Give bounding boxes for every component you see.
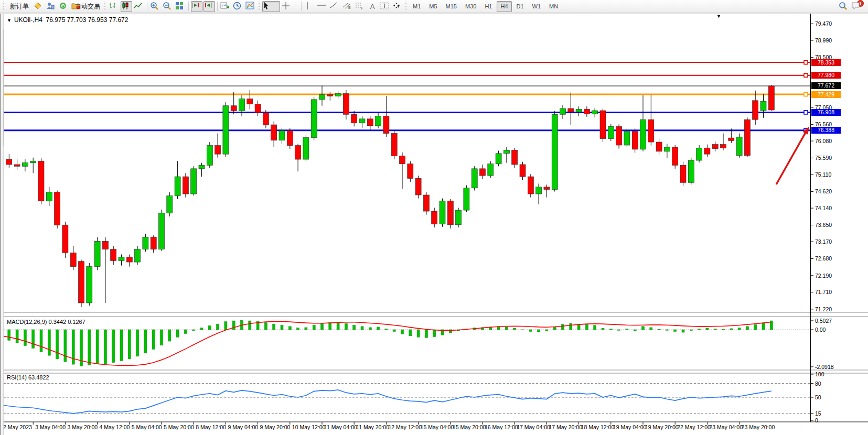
chart-collapse-icon[interactable]: ▼ [7, 18, 12, 23]
macd-bar [722, 329, 725, 330]
candlestick-chart-button[interactable] [121, 1, 132, 12]
candle-body [135, 249, 141, 262]
candle-body [624, 132, 630, 145]
toolbar-grip[interactable] [405, 2, 408, 11]
candle-body [62, 225, 68, 253]
new-chart-button[interactable]: ▼ [220, 1, 231, 12]
signals-button[interactable] [58, 1, 70, 12]
macd-bar [698, 329, 701, 330]
date-axis[interactable]: 2 May 20233 May 04:003 May 20:004 May 12… [1, 422, 775, 430]
macd-bar [264, 322, 267, 330]
macd-bar [650, 328, 652, 330]
tile-windows-button[interactable] [175, 1, 186, 12]
macd-pane[interactable]: 0.50270.00-2.0918 [0, 318, 834, 370]
periods-button[interactable]: ▼ [232, 1, 244, 12]
price-line-label: 78.353 [811, 59, 841, 66]
date-tick-label: 4 May 12:00 [100, 424, 130, 430]
macd-bar [40, 330, 42, 352]
date-tick-label: 11 May 20:00 [356, 424, 389, 430]
macd-bar [64, 330, 67, 362]
zoom-in-button[interactable] [149, 1, 161, 12]
date-tick-label: 9 May 04:00 [228, 424, 258, 430]
candle-body [6, 159, 12, 165]
svg-text:0.00: 0.00 [815, 327, 826, 333]
horizontal-line-button[interactable] [316, 1, 328, 12]
macd-bar [232, 321, 235, 330]
macd-bar [305, 328, 307, 330]
timeframe-button-m1[interactable]: M1 [409, 1, 424, 12]
text-label-button[interactable]: T [379, 1, 391, 12]
candle-body [536, 187, 542, 194]
autotrading-button[interactable]: 自动交易 [71, 1, 102, 12]
zoom-out-button[interactable] [162, 1, 174, 12]
date-tick-label: 5 May 20:00 [164, 424, 194, 430]
text-icon: A [370, 3, 375, 10]
toolbar-grip[interactable] [104, 2, 106, 11]
candle-body [456, 210, 462, 225]
candle-body [327, 95, 333, 96]
timeframe-button-d1[interactable]: D1 [513, 1, 528, 12]
chart-shift-button[interactable] [191, 1, 202, 12]
templates-button[interactable]: ▼ [245, 1, 256, 12]
toolbar-grip[interactable] [258, 2, 261, 11]
date-tick-label: 8 May 12:00 [196, 424, 226, 430]
cursor-button[interactable] [262, 1, 280, 12]
date-tick-label: 11 May 04:00 [324, 424, 357, 430]
symbols-button[interactable] [33, 1, 45, 12]
horizontal-level-lines[interactable] [0, 61, 810, 133]
candle-body [191, 169, 197, 194]
trendline-button[interactable] [329, 1, 340, 12]
timeframe-button-m15[interactable]: M15 [442, 1, 460, 12]
candle-body [496, 154, 501, 164]
price-line-label: 77.980 [811, 72, 841, 79]
macd-bar [626, 329, 628, 330]
equidistant-channel-button[interactable]: E [341, 1, 353, 12]
timeframe-button-h1[interactable]: H1 [481, 1, 496, 12]
rsi-indicator-label: RSI(14) 63.4822 [7, 374, 49, 380]
chart-title: ▼UKOil-,H4 76.975 77.703 76.953 77.672 [7, 16, 128, 24]
text-button[interactable]: A [367, 1, 378, 12]
crosshair-button[interactable] [281, 1, 299, 12]
macd-bar [385, 329, 388, 330]
timeframe-button-h4[interactable]: H4 [497, 1, 511, 12]
candle-body [503, 150, 509, 154]
svg-text:78.990: 78.990 [815, 37, 832, 44]
timeframe-button-w1[interactable]: W1 [529, 1, 545, 12]
candle-body [79, 262, 84, 303]
fibonacci-button[interactable]: F [354, 1, 366, 12]
macd-indicator-label: MACD(12,26,9) 0.3442 0.1267 [7, 319, 85, 325]
price-line-label: 77.672 [811, 82, 841, 89]
candle-body [592, 111, 598, 114]
search-button[interactable] [838, 1, 850, 12]
macd-bar [730, 329, 733, 330]
bar-chart-button[interactable] [108, 1, 120, 12]
annotation-arrow[interactable] [776, 126, 809, 184]
toolbar-grip[interactable] [3, 2, 5, 11]
candle-body [102, 241, 108, 249]
vertical-line-button[interactable] [304, 1, 315, 12]
candle-body [744, 119, 750, 156]
chart-canvas[interactable]: 79.47078.99078.50077.05076.56076.08075.5… [0, 0, 868, 435]
auto-scroll-button[interactable] [203, 1, 215, 12]
macd-bar [585, 325, 588, 330]
chart-symbol-period: UKOil-,H4 [14, 16, 42, 24]
macd-bar [120, 330, 123, 361]
candle-body [696, 148, 702, 160]
line-chart-button[interactable] [133, 1, 145, 12]
timeframe-button-m30[interactable]: M30 [462, 1, 480, 12]
timeframe-button-m5[interactable]: M5 [425, 1, 441, 12]
arrows-button[interactable]: ▼ [392, 1, 403, 12]
rsi-pane[interactable]: 1008050150 [0, 371, 824, 423]
candle-body [46, 192, 52, 201]
market-watch-button[interactable] [46, 1, 57, 12]
candle-body [656, 142, 662, 151]
chart-dropdown-marker-icon[interactable]: ▼ [716, 14, 721, 19]
macd-bar [224, 322, 227, 330]
chart-ohlc-readout: 76.975 77.703 76.953 77.672 [46, 16, 128, 24]
main-toolbar: 新订单 自动交易 [0, 0, 868, 13]
timeframe-button-mn[interactable]: MN [545, 1, 562, 12]
macd-bar [337, 322, 339, 330]
notifications-button[interactable]: 1 [851, 1, 862, 12]
svg-text:T: T [383, 3, 387, 9]
new-order-button[interactable]: 新订单 [7, 1, 32, 12]
